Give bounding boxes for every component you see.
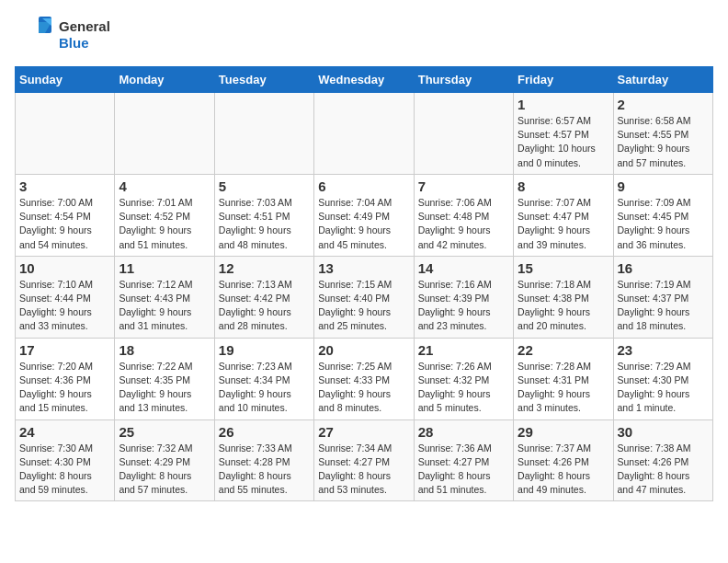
calendar-table: SundayMondayTuesdayWednesdayThursdayFrid… xyxy=(15,66,713,501)
logo-svg xyxy=(15,15,55,55)
day-number: 8 xyxy=(518,178,609,194)
calendar-cell: 11Sunrise: 7:12 AM Sunset: 4:43 PM Dayli… xyxy=(115,256,214,338)
day-info: Sunrise: 7:07 AM Sunset: 4:47 PM Dayligh… xyxy=(518,196,609,252)
day-number: 29 xyxy=(518,424,609,440)
day-info: Sunrise: 7:03 AM Sunset: 4:51 PM Dayligh… xyxy=(219,196,310,252)
calendar-cell: 23Sunrise: 7:29 AM Sunset: 4:30 PM Dayli… xyxy=(613,338,712,419)
weekday-header-friday: Friday xyxy=(514,67,613,93)
calendar-cell: 21Sunrise: 7:26 AM Sunset: 4:32 PM Dayli… xyxy=(414,338,513,419)
day-info: Sunrise: 7:23 AM Sunset: 4:34 PM Dayligh… xyxy=(219,360,310,416)
day-info: Sunrise: 7:01 AM Sunset: 4:52 PM Dayligh… xyxy=(119,196,210,252)
weekday-header-thursday: Thursday xyxy=(414,67,513,93)
day-number: 17 xyxy=(19,342,110,358)
calendar-cell: 15Sunrise: 7:18 AM Sunset: 4:38 PM Dayli… xyxy=(514,256,613,338)
day-info: Sunrise: 6:57 AM Sunset: 4:57 PM Dayligh… xyxy=(518,114,609,170)
calendar-cell: 8Sunrise: 7:07 AM Sunset: 4:47 PM Daylig… xyxy=(514,174,613,256)
calendar-cell xyxy=(16,93,115,175)
day-number: 6 xyxy=(318,178,409,194)
day-info: Sunrise: 7:33 AM Sunset: 4:28 PM Dayligh… xyxy=(219,442,310,498)
calendar-cell xyxy=(115,93,214,175)
calendar-cell: 16Sunrise: 7:19 AM Sunset: 4:37 PM Dayli… xyxy=(613,256,712,338)
calendar-cell: 10Sunrise: 7:10 AM Sunset: 4:44 PM Dayli… xyxy=(16,256,115,338)
day-info: Sunrise: 7:18 AM Sunset: 4:38 PM Dayligh… xyxy=(518,278,609,334)
day-info: Sunrise: 7:28 AM Sunset: 4:31 PM Dayligh… xyxy=(518,360,609,416)
calendar-cell: 7Sunrise: 7:06 AM Sunset: 4:48 PM Daylig… xyxy=(414,174,513,256)
calendar-cell: 9Sunrise: 7:09 AM Sunset: 4:45 PM Daylig… xyxy=(613,174,712,256)
day-number: 28 xyxy=(418,424,509,440)
calendar-cell: 30Sunrise: 7:38 AM Sunset: 4:26 PM Dayli… xyxy=(613,419,712,501)
weekday-header-wednesday: Wednesday xyxy=(314,67,414,93)
day-info: Sunrise: 7:00 AM Sunset: 4:54 PM Dayligh… xyxy=(19,196,110,252)
calendar-cell: 28Sunrise: 7:36 AM Sunset: 4:27 PM Dayli… xyxy=(414,419,513,501)
weekday-header-sunday: Sunday xyxy=(16,67,115,93)
calendar-cell xyxy=(214,93,313,175)
day-number: 27 xyxy=(318,424,409,440)
weekday-header-saturday: Saturday xyxy=(613,67,712,93)
day-info: Sunrise: 7:34 AM Sunset: 4:27 PM Dayligh… xyxy=(318,442,409,498)
day-info: Sunrise: 7:37 AM Sunset: 4:26 PM Dayligh… xyxy=(518,442,609,498)
day-info: Sunrise: 7:13 AM Sunset: 4:42 PM Dayligh… xyxy=(219,278,310,334)
day-info: Sunrise: 7:20 AM Sunset: 4:36 PM Dayligh… xyxy=(19,360,110,416)
calendar-cell: 25Sunrise: 7:32 AM Sunset: 4:29 PM Dayli… xyxy=(115,419,214,501)
day-info: Sunrise: 7:15 AM Sunset: 4:40 PM Dayligh… xyxy=(318,278,409,334)
day-number: 4 xyxy=(119,178,210,194)
calendar-cell xyxy=(414,93,513,175)
day-number: 18 xyxy=(119,342,210,358)
day-number: 26 xyxy=(219,424,310,440)
day-info: Sunrise: 7:10 AM Sunset: 4:44 PM Dayligh… xyxy=(19,278,110,334)
day-number: 7 xyxy=(418,178,509,194)
day-info: Sunrise: 7:19 AM Sunset: 4:37 PM Dayligh… xyxy=(618,278,709,334)
day-info: Sunrise: 7:09 AM Sunset: 4:45 PM Dayligh… xyxy=(618,196,709,252)
calendar-cell: 24Sunrise: 7:30 AM Sunset: 4:30 PM Dayli… xyxy=(16,419,115,501)
day-info: Sunrise: 7:06 AM Sunset: 4:48 PM Dayligh… xyxy=(418,196,509,252)
day-number: 5 xyxy=(219,178,310,194)
calendar-cell: 27Sunrise: 7:34 AM Sunset: 4:27 PM Dayli… xyxy=(314,419,414,501)
day-number: 25 xyxy=(119,424,210,440)
calendar-cell: 26Sunrise: 7:33 AM Sunset: 4:28 PM Dayli… xyxy=(214,419,313,501)
calendar-cell: 6Sunrise: 7:04 AM Sunset: 4:49 PM Daylig… xyxy=(314,174,414,256)
day-info: Sunrise: 7:38 AM Sunset: 4:26 PM Dayligh… xyxy=(618,442,709,498)
day-number: 30 xyxy=(618,424,709,440)
day-number: 15 xyxy=(518,260,609,276)
day-number: 1 xyxy=(518,97,609,112)
day-number: 10 xyxy=(19,260,110,276)
day-info: Sunrise: 7:16 AM Sunset: 4:39 PM Dayligh… xyxy=(418,278,509,334)
day-number: 14 xyxy=(418,260,509,276)
day-info: Sunrise: 7:26 AM Sunset: 4:32 PM Dayligh… xyxy=(418,360,509,416)
calendar-cell: 5Sunrise: 7:03 AM Sunset: 4:51 PM Daylig… xyxy=(214,174,313,256)
day-info: Sunrise: 7:25 AM Sunset: 4:33 PM Dayligh… xyxy=(318,360,409,416)
day-info: Sunrise: 7:32 AM Sunset: 4:29 PM Dayligh… xyxy=(119,442,210,498)
calendar-cell: 19Sunrise: 7:23 AM Sunset: 4:34 PM Dayli… xyxy=(214,338,313,419)
day-number: 11 xyxy=(119,260,210,276)
day-number: 19 xyxy=(219,342,310,358)
day-info: Sunrise: 6:58 AM Sunset: 4:55 PM Dayligh… xyxy=(618,114,709,170)
weekday-header-tuesday: Tuesday xyxy=(214,67,313,93)
day-info: Sunrise: 7:36 AM Sunset: 4:27 PM Dayligh… xyxy=(418,442,509,498)
day-number: 2 xyxy=(618,97,709,112)
calendar-cell: 18Sunrise: 7:22 AM Sunset: 4:35 PM Dayli… xyxy=(115,338,214,419)
day-info: Sunrise: 7:30 AM Sunset: 4:30 PM Dayligh… xyxy=(19,442,110,498)
calendar-cell: 4Sunrise: 7:01 AM Sunset: 4:52 PM Daylig… xyxy=(115,174,214,256)
calendar-cell: 3Sunrise: 7:00 AM Sunset: 4:54 PM Daylig… xyxy=(16,174,115,256)
calendar-cell: 2Sunrise: 6:58 AM Sunset: 4:55 PM Daylig… xyxy=(613,93,712,175)
weekday-header-monday: Monday xyxy=(115,67,214,93)
day-number: 3 xyxy=(19,178,110,194)
day-number: 22 xyxy=(518,342,609,358)
day-number: 20 xyxy=(318,342,409,358)
calendar-cell: 22Sunrise: 7:28 AM Sunset: 4:31 PM Dayli… xyxy=(514,338,613,419)
calendar-cell: 29Sunrise: 7:37 AM Sunset: 4:26 PM Dayli… xyxy=(514,419,613,501)
day-info: Sunrise: 7:12 AM Sunset: 4:43 PM Dayligh… xyxy=(119,278,210,334)
calendar-cell: 12Sunrise: 7:13 AM Sunset: 4:42 PM Dayli… xyxy=(214,256,313,338)
calendar-cell xyxy=(314,93,414,175)
logo: General Blue xyxy=(15,15,110,55)
header: General Blue xyxy=(15,15,713,55)
day-number: 9 xyxy=(618,178,709,194)
calendar-cell: 17Sunrise: 7:20 AM Sunset: 4:36 PM Dayli… xyxy=(16,338,115,419)
day-number: 21 xyxy=(418,342,509,358)
calendar-cell: 14Sunrise: 7:16 AM Sunset: 4:39 PM Dayli… xyxy=(414,256,513,338)
day-number: 16 xyxy=(618,260,709,276)
day-info: Sunrise: 7:29 AM Sunset: 4:30 PM Dayligh… xyxy=(618,360,709,416)
calendar-cell: 13Sunrise: 7:15 AM Sunset: 4:40 PM Dayli… xyxy=(314,256,414,338)
day-info: Sunrise: 7:22 AM Sunset: 4:35 PM Dayligh… xyxy=(119,360,210,416)
day-number: 23 xyxy=(618,342,709,358)
